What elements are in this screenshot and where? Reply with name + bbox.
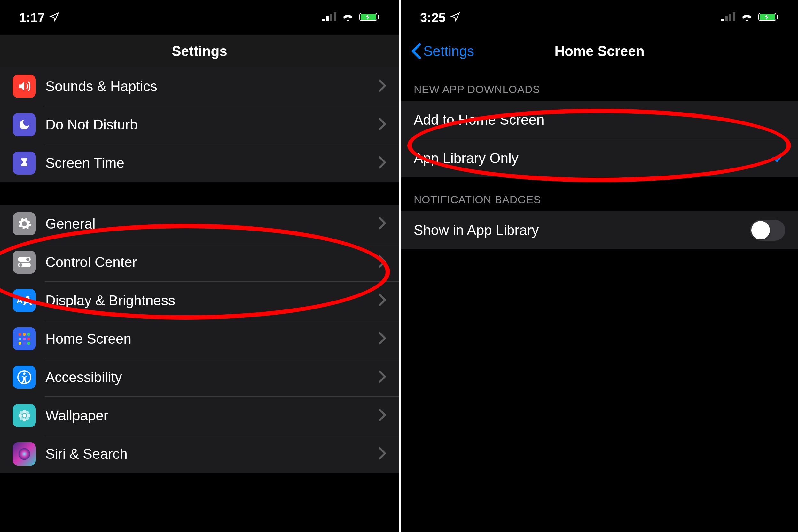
flower-icon — [13, 404, 36, 427]
group-separator — [0, 182, 399, 205]
battery-charging-icon — [758, 12, 779, 23]
settings-row-do-not-disturb[interactable]: Do Not Disturb — [0, 106, 399, 144]
row-label: Do Not Disturb — [45, 117, 379, 133]
chevron-right-icon — [379, 370, 386, 384]
svg-rect-16 — [27, 338, 30, 340]
gear-icon — [13, 212, 36, 235]
status-time: 3:25 — [420, 11, 446, 25]
svg-rect-35 — [733, 13, 735, 21]
cellular-signal-icon — [322, 13, 336, 23]
nav-bar: Settings — [0, 35, 399, 67]
apps-grid-icon — [13, 327, 36, 350]
settings-list-group-1: Sounds & HapticsDo Not DisturbScreen Tim… — [0, 67, 399, 182]
settings-row-sounds-haptics[interactable]: Sounds & Haptics — [0, 67, 399, 106]
settings-list-group-2: GeneralControl CenterAADisplay & Brightn… — [0, 205, 399, 473]
row-label: Control Center — [45, 254, 379, 270]
moon-icon — [13, 113, 36, 136]
back-label: Settings — [423, 43, 474, 59]
row-label: Accessibility — [45, 369, 379, 385]
svg-rect-32 — [721, 19, 724, 21]
svg-rect-19 — [27, 342, 30, 345]
settings-row-control-center[interactable]: Control Center — [0, 243, 399, 281]
settings-row-display-brightness[interactable]: AADisplay & Brightness — [0, 281, 399, 320]
page-title: Home Screen — [554, 43, 644, 59]
status-time: 1:17 — [19, 11, 45, 25]
svg-rect-12 — [23, 333, 25, 336]
svg-rect-2 — [330, 14, 332, 21]
accessibility-icon — [13, 366, 36, 389]
sound-icon — [13, 75, 36, 98]
badges-option-list: Show in App Library — [401, 211, 798, 249]
battery-charging-icon — [359, 12, 380, 23]
hourglass-icon — [13, 152, 36, 174]
svg-rect-18 — [23, 342, 25, 345]
svg-rect-1 — [326, 16, 329, 21]
chevron-right-icon — [379, 217, 386, 231]
text-size-icon: AA — [13, 289, 36, 312]
group-header-badges: NOTIFICATION BADGES — [401, 177, 798, 211]
svg-rect-17 — [19, 342, 21, 345]
chevron-right-icon — [379, 118, 386, 132]
chevron-right-icon — [379, 79, 386, 93]
downloads-option-list: Add to Home ScreenApp Library Only — [401, 101, 798, 177]
settings-row-general[interactable]: General — [0, 205, 399, 243]
row-label: Add to Home Screen — [414, 112, 785, 128]
chevron-right-icon — [379, 156, 386, 170]
location-arrow-icon — [49, 11, 59, 25]
row-label: App Library Only — [414, 150, 771, 166]
svg-rect-33 — [725, 16, 728, 21]
svg-rect-15 — [23, 338, 25, 340]
toggle-switch[interactable] — [750, 220, 785, 241]
svg-rect-6 — [378, 15, 379, 19]
svg-rect-0 — [322, 19, 325, 21]
svg-point-27 — [19, 411, 23, 414]
settings-row-home-screen[interactable]: Home Screen — [0, 320, 399, 358]
row-label: General — [45, 216, 379, 232]
status-bar: 1:17 — [0, 0, 399, 35]
svg-point-30 — [25, 417, 29, 420]
chevron-right-icon — [379, 293, 386, 307]
svg-point-28 — [25, 411, 29, 414]
row-label: Show in App Library — [414, 222, 750, 238]
wifi-icon — [740, 12, 753, 23]
page-title: Settings — [172, 43, 227, 59]
settings-row-screen-time[interactable]: Screen Time — [0, 144, 399, 182]
cellular-signal-icon — [721, 13, 735, 23]
option-row-add-to-home-screen[interactable]: Add to Home Screen — [401, 101, 798, 139]
chevron-right-icon — [379, 447, 386, 461]
chevron-right-icon — [379, 408, 386, 423]
back-button[interactable]: Settings — [411, 43, 474, 59]
screenshot-home-screen-settings: 3:25 Settings Home Screen NEW APP DOWNLO… — [399, 0, 798, 532]
status-bar: 3:25 — [401, 0, 798, 35]
row-label: Sounds & Haptics — [45, 78, 379, 94]
svg-rect-3 — [334, 13, 336, 21]
chevron-right-icon — [379, 332, 386, 346]
siri-icon — [13, 442, 36, 466]
svg-point-21 — [23, 373, 25, 375]
row-label: Home Screen — [45, 331, 379, 347]
svg-rect-38 — [777, 15, 778, 19]
wifi-icon — [341, 12, 354, 23]
svg-rect-13 — [27, 333, 30, 336]
screenshot-settings-root: 1:17 Settings Sounds & HapticsDo Not Dis… — [0, 0, 399, 532]
location-arrow-icon — [450, 11, 460, 25]
nav-bar: Settings Home Screen — [401, 35, 798, 67]
option-row-app-library-only[interactable]: App Library Only — [401, 139, 798, 177]
svg-point-10 — [19, 263, 22, 267]
svg-rect-11 — [19, 333, 21, 336]
settings-row-siri-search[interactable]: Siri & Search — [0, 435, 399, 473]
row-label: Screen Time — [45, 155, 379, 171]
toggles-icon — [13, 251, 36, 274]
svg-point-8 — [26, 258, 30, 261]
settings-row-wallpaper[interactable]: Wallpaper — [0, 396, 399, 435]
settings-row-accessibility[interactable]: Accessibility — [0, 358, 399, 396]
svg-point-31 — [19, 448, 31, 460]
row-label: Wallpaper — [45, 407, 379, 424]
chevron-right-icon — [379, 255, 386, 269]
svg-point-29 — [19, 417, 23, 420]
checkmark-icon — [771, 151, 785, 166]
svg-point-22 — [23, 414, 26, 418]
group-header-downloads: NEW APP DOWNLOADS — [401, 67, 798, 101]
toggle-row-show-in-app-library: Show in App Library — [401, 211, 798, 249]
svg-rect-34 — [729, 14, 732, 21]
